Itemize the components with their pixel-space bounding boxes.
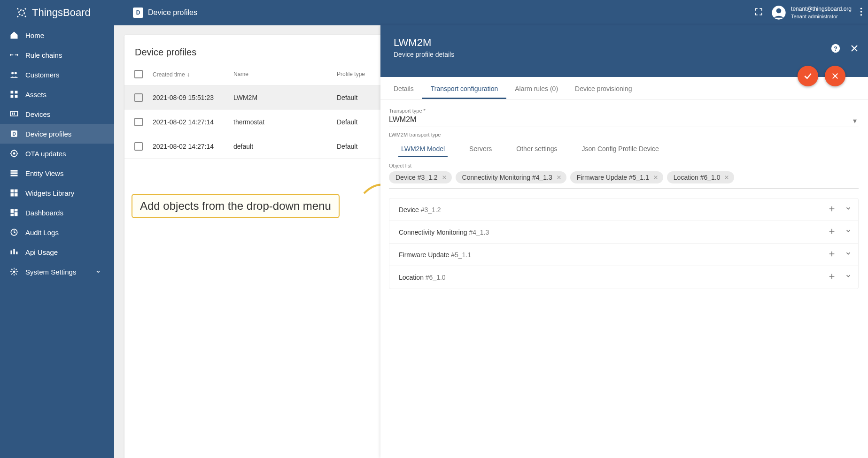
chevron-down-icon[interactable] [845,250,852,260]
row-checkbox[interactable] [134,142,143,151]
profiles-icon: D [9,129,19,138]
chip-remove-icon[interactable] [555,174,563,181]
devices-icon [9,109,19,119]
chip-remove-icon[interactable] [441,174,448,181]
svg-rect-8 [11,91,14,94]
logo-area[interactable]: ThingsBoard [0,0,114,25]
tab-details[interactable]: Details [385,85,422,99]
sub-label: LWM2M transport type [389,132,859,137]
sidebar-item-audit-logs[interactable]: Audit Logs [0,222,114,242]
sidebar-item-customers[interactable]: Customers [0,65,114,84]
sidebar-item-dashboards[interactable]: Dashboards [0,203,114,222]
chevron-down-icon[interactable] [845,228,852,237]
panel-body: Transport type * LWM2M ▾ LWM2M transport… [380,99,868,289]
subtab-lwm2m-model[interactable]: LWM2M Model [389,140,457,157]
svg-rect-24 [11,193,14,197]
confirm-button[interactable] [798,66,818,86]
sidebar-item-entity-views[interactable]: Entity Views [0,163,114,183]
object-chip[interactable]: Firmware Update #5_1.1 [570,171,663,183]
svg-point-3 [860,8,862,9]
svg-rect-29 [15,212,18,216]
object-chips[interactable]: Device #3_1.2Connectivity Monitoring #4_… [389,171,859,189]
breadcrumb-icon: D [133,8,143,18]
cancel-button[interactable] [825,66,845,86]
object-row[interactable]: Device #3_1.2 [389,198,858,221]
home-icon [9,31,19,40]
more-vert-icon[interactable] [860,8,862,18]
object-chip[interactable]: Device #3_1.2 [389,171,452,183]
row-checkbox[interactable] [134,93,143,102]
panel-tabs: DetailsTransport configurationAlarm rule… [380,77,868,99]
svg-rect-13 [12,113,13,115]
subtab-servers[interactable]: Servers [457,140,504,157]
sidebar-item-system-settings[interactable]: System Settings [0,262,114,282]
chevron-down-icon[interactable] [845,273,852,282]
svg-rect-28 [11,214,14,216]
object-row[interactable]: Firmware Update #5_1.1 [389,244,858,266]
chevron-down-icon[interactable] [845,205,852,214]
object-row[interactable]: Location #6_1.0 [389,266,858,289]
sidebar-item-rule-chains[interactable]: Rule chains [0,45,114,65]
svg-rect-9 [15,91,18,94]
breadcrumb[interactable]: D Device profiles [114,8,197,18]
sidebar-item-widgets-library[interactable]: Widgets Library [0,183,114,203]
svg-rect-10 [11,95,14,98]
details-panel: LWM2M Device profile details ? DetailsTr… [380,25,868,458]
col-time-header[interactable]: Created time↓ [153,70,233,78]
row-name: default [233,143,337,150]
object-chip[interactable]: Location #6_1.0 [667,171,735,183]
table-row[interactable]: 2021-08-02 14:27:14defaultDefault [124,134,384,159]
fullscreen-icon[interactable] [754,8,763,18]
table-row[interactable]: 2021-08-09 15:51:23LWM2MDefault [124,85,384,110]
sidebar-item-assets[interactable]: Assets [0,84,114,104]
sidebar-item-api-usage[interactable]: Api Usage [0,242,114,262]
user-text: tenant@thingsboard.org Tenant administra… [791,6,852,20]
chip-remove-icon[interactable] [723,174,730,181]
object-chip[interactable]: Connectivity Monitoring #4_1.3 [456,171,566,183]
row-type: Default [337,94,384,101]
sidebar-item-devices[interactable]: Devices [0,104,114,124]
breadcrumb-label: Device profiles [148,8,197,17]
api-icon [9,247,19,257]
subtab-other-settings[interactable]: Other settings [504,140,569,157]
add-icon[interactable] [828,228,836,237]
app-name: ThingsBoard [32,7,91,19]
card-title: Device profiles [124,35,384,58]
sidebar-item-device-profiles[interactable]: DDevice profiles [0,124,114,144]
subtab-json-config-profile-device[interactable]: Json Config Profile Device [569,140,671,157]
rules-icon [9,50,19,60]
sub-tabs: LWM2M ModelServersOther settingsJson Con… [389,140,859,157]
object-row[interactable]: Connectivity Monitoring #4_1.3 [389,221,858,244]
sidebar-item-ota-updates[interactable]: OTA updates [0,144,114,163]
chip-remove-icon[interactable] [652,174,659,181]
svg-rect-19 [11,170,18,171]
row-name: LWM2M [233,94,337,101]
annotation-callout: Add objects from the drop-down menu [132,194,340,218]
row-time: 2021-08-02 14:27:14 [153,143,233,150]
close-icon[interactable] [850,44,859,54]
select-all-checkbox[interactable] [134,70,143,78]
tab-transport-configuration[interactable]: Transport configuration [422,85,506,99]
add-icon[interactable] [828,250,836,260]
sidebar-item-home[interactable]: Home [0,25,114,45]
fab-group [798,66,845,86]
svg-rect-11 [15,95,18,98]
panel-header: LWM2M Device profile details ? [380,25,868,77]
svg-rect-22 [11,190,14,193]
row-checkbox[interactable] [134,118,143,126]
svg-point-4 [860,11,862,13]
table-row[interactable]: 2021-08-02 14:27:14thermostatDefault [124,110,384,134]
add-icon[interactable] [828,205,836,214]
transport-type-select[interactable]: LWM2M ▾ [389,114,859,127]
svg-rect-26 [11,209,14,213]
svg-rect-20 [11,172,18,174]
sort-down-icon: ↓ [187,70,190,78]
svg-point-5 [860,14,862,16]
help-icon[interactable]: ? [830,43,841,55]
tab-alarm-rules-0-[interactable]: Alarm rules (0) [506,85,566,99]
col-type-header[interactable]: Profile type [337,71,384,77]
col-name-header[interactable]: Name [233,71,337,77]
tab-device-provisioning[interactable]: Device provisioning [566,85,640,99]
user-block[interactable]: tenant@thingsboard.org Tenant administra… [771,5,852,20]
add-icon[interactable] [828,273,836,282]
